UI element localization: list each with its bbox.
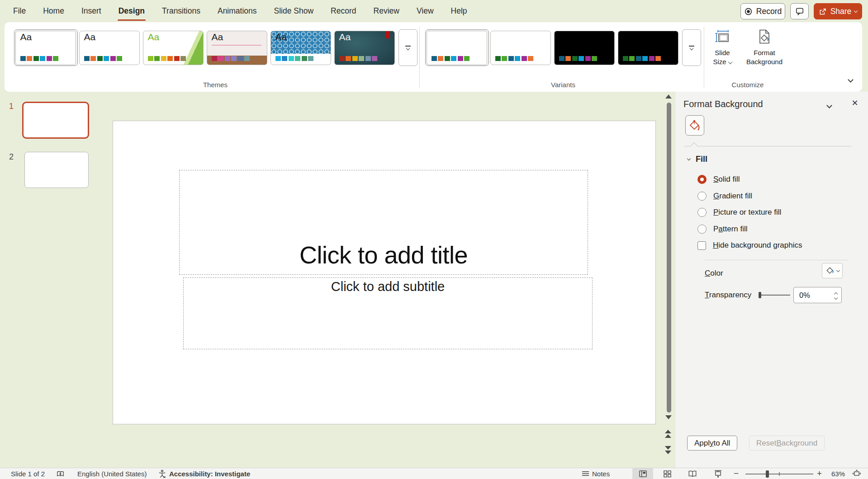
- theme-thumbnail-card: Aa: [270, 31, 331, 65]
- theme-thumbnail-1[interactable]: Aa: [14, 29, 78, 66]
- radio-control[interactable]: [697, 208, 707, 217]
- transparency-spinbox[interactable]: 0%: [793, 287, 842, 303]
- apply-to-all-button[interactable]: Apply to All: [687, 436, 737, 451]
- fill-option-gradient-fill[interactable]: Gradient fill: [697, 188, 859, 205]
- comments-button[interactable]: [790, 3, 809, 19]
- subtitle-placeholder[interactable]: Click to add subtitle: [183, 277, 593, 349]
- spelling-icon[interactable]: [56, 468, 65, 479]
- fill-section-header[interactable]: Fill: [688, 155, 707, 164]
- theme-color-swatches: [20, 56, 59, 61]
- share-button[interactable]: Share: [814, 3, 862, 19]
- fill-option-hide-background-graphics[interactable]: Hide background graphics: [697, 237, 859, 254]
- slide-2-number: 2: [9, 152, 14, 162]
- fill-options: Solid fillGradient fillPicture or textur…: [697, 171, 859, 254]
- slide-thumbnail-panel: 1 2: [0, 92, 105, 468]
- pane-tab-separator: [684, 146, 851, 146]
- option-label: Picture or texture fill: [713, 208, 781, 217]
- variant-thumbnail-1[interactable]: [425, 29, 489, 66]
- slide-canvas[interactable]: Click to add title Click to add subtitle: [113, 121, 656, 424]
- normal-view-button[interactable]: [632, 468, 653, 479]
- menu-tab-animations[interactable]: Animations: [217, 0, 258, 22]
- variant-thumbnail-4[interactable]: [617, 29, 680, 66]
- menu-tab-file[interactable]: File: [12, 0, 27, 22]
- menu-tab-home[interactable]: Home: [42, 0, 65, 22]
- scrollbar-down-arrow[interactable]: [665, 415, 672, 419]
- menu-tab-review[interactable]: Review: [373, 0, 400, 22]
- accessibility-status[interactable]: Accessibility: Investigate: [169, 468, 250, 479]
- share-icon: [819, 7, 827, 16]
- theme-thumbnail-6[interactable]: Aa: [333, 29, 397, 66]
- theme-color-swatches: [84, 56, 123, 61]
- theme-thumbnail-4[interactable]: Aa: [205, 29, 269, 66]
- zoom-in-button[interactable]: +: [817, 468, 822, 479]
- slide-show-view-button[interactable]: [707, 468, 728, 479]
- theme-color-swatches: [495, 56, 534, 61]
- theme-aa-sample: Aa: [148, 32, 160, 42]
- stepper-up-icon[interactable]: [834, 292, 838, 296]
- pane-collapse-button[interactable]: [824, 101, 835, 110]
- menu-tab-slide-show[interactable]: Slide Show: [273, 0, 315, 22]
- menu-tab-design[interactable]: Design: [118, 0, 146, 22]
- radio-control[interactable]: [697, 192, 707, 201]
- fill-option-pattern-fill[interactable]: Pattern fill: [697, 221, 859, 238]
- theme-color-swatches: [339, 56, 378, 61]
- accessibility-icon: [158, 468, 166, 479]
- fill-section-label: Fill: [696, 155, 707, 164]
- format-background-label: Format Background: [742, 48, 787, 67]
- vertical-scrollbar-thumb[interactable]: [667, 103, 671, 413]
- zoom-slider-thumb[interactable]: [766, 470, 769, 478]
- theme-aa-sample: Aa: [339, 32, 351, 42]
- slide-1-thumbnail[interactable]: [22, 102, 89, 139]
- checkbox-control[interactable]: [697, 241, 706, 250]
- fill-option-picture-or-texture-fill[interactable]: Picture or texture fill: [697, 204, 859, 221]
- transparency-slider-thumb[interactable]: [759, 292, 761, 298]
- theme-thumbnail-2[interactable]: Aa: [78, 29, 142, 66]
- menu-tab-insert[interactable]: Insert: [81, 0, 102, 22]
- title-placeholder[interactable]: Click to add title: [179, 170, 588, 275]
- gallery-more-chevron: [406, 47, 410, 50]
- zoom-out-button[interactable]: −: [734, 468, 739, 479]
- ribbon: AaAaAaAaAaAa Themes Variants Slide Size: [5, 22, 862, 92]
- menu-tab-view[interactable]: View: [416, 0, 435, 22]
- radio-control[interactable]: [697, 175, 707, 184]
- variant-thumbnail-2[interactable]: [489, 29, 553, 66]
- zoom-level[interactable]: 63%: [831, 468, 845, 479]
- slide-indicator[interactable]: Slide 1 of 2: [11, 468, 45, 479]
- reading-view-button[interactable]: [682, 468, 703, 479]
- radio-control[interactable]: [697, 225, 707, 234]
- reset-background-button[interactable]: Reset Background: [749, 436, 825, 451]
- slide-2-thumbnail[interactable]: [24, 152, 89, 188]
- transparency-slider[interactable]: [759, 295, 790, 296]
- fit-slide-to-window-icon[interactable]: [852, 468, 861, 479]
- notes-button[interactable]: Notes: [582, 468, 610, 479]
- menu-tab-transitions[interactable]: Transitions: [161, 0, 201, 22]
- fill-tab-button[interactable]: [685, 115, 704, 136]
- themes-gallery: AaAaAaAaAaAa: [14, 29, 397, 66]
- notes-label: Notes: [592, 470, 610, 478]
- comment-icon: [795, 7, 804, 16]
- menu-tab-help[interactable]: Help: [450, 0, 468, 22]
- previous-slide-button[interactable]: [663, 427, 673, 441]
- record-button[interactable]: Record: [740, 3, 785, 19]
- language-indicator[interactable]: English (United States): [77, 468, 147, 479]
- theme-thumbnail-3[interactable]: Aa: [142, 29, 205, 66]
- slide-sorter-view-button[interactable]: [657, 468, 678, 479]
- scrollbar-up-arrow[interactable]: [665, 94, 672, 99]
- zoom-slider[interactable]: [745, 474, 813, 474]
- theme-thumbnail-5[interactable]: Aa: [269, 29, 333, 66]
- pane-close-button[interactable]: ✕: [849, 97, 861, 109]
- fill-color-button[interactable]: [822, 263, 843, 278]
- next-slide-button[interactable]: [663, 443, 673, 457]
- collapse-ribbon-button[interactable]: [845, 75, 856, 84]
- color-label: Color: [705, 269, 723, 278]
- stepper-down-icon[interactable]: [834, 296, 838, 299]
- format-background-button[interactable]: Format Background: [742, 27, 787, 81]
- fill-option-solid-fill[interactable]: Solid fill: [697, 171, 859, 188]
- slide-size-button[interactable]: Slide Size: [705, 27, 740, 81]
- variant-thumbnail-3[interactable]: [553, 29, 617, 66]
- menu-tab-record[interactable]: Record: [330, 0, 357, 22]
- slide-size-label: Slide Size: [711, 48, 733, 67]
- variants-gallery-more-button[interactable]: [682, 29, 701, 66]
- paint-bucket-icon: [689, 119, 701, 132]
- themes-gallery-more-button[interactable]: [398, 29, 417, 66]
